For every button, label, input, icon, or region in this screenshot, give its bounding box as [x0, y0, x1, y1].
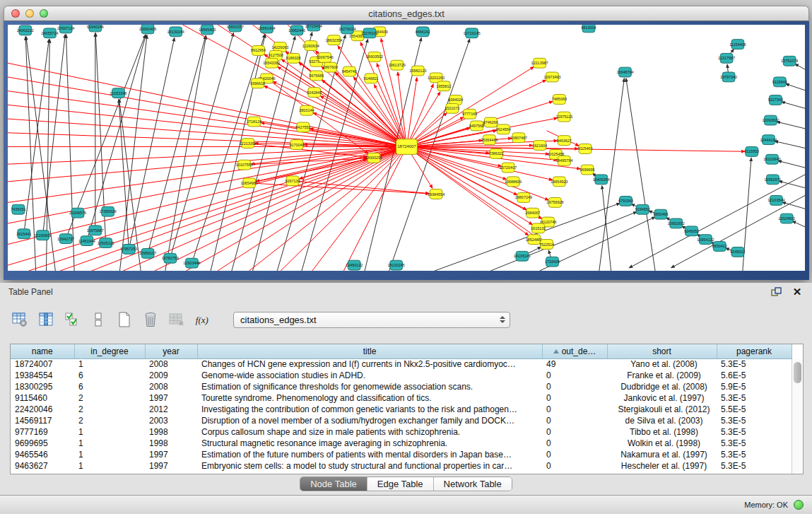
graph-node[interactable]: 20697134 [57, 25, 74, 33]
cell[interactable]: 5.3E-5 [717, 358, 792, 370]
graph-node[interactable]: 12923448 [183, 258, 200, 268]
table-row[interactable]: 911546021997Tourette syndrome. Phenomeno… [11, 392, 792, 404]
graph-node[interactable]: 8466162 [416, 27, 430, 37]
cell[interactable]: Franke et al. (2009) [607, 370, 717, 381]
graph-node[interactable]: 18807249 [515, 193, 532, 203]
cell[interactable]: 5.3E-5 [717, 460, 792, 472]
graph-node[interactable]: 1615132 [531, 223, 546, 233]
close-panel-icon[interactable]: ✕ [791, 286, 804, 298]
cell[interactable]: 14569117 [11, 415, 74, 426]
graph-node[interactable]: 9115460 [578, 144, 593, 154]
cell[interactable]: 0 [542, 426, 607, 438]
cell[interactable]: 1 [74, 438, 145, 449]
graph-node[interactable]: 16603502 [366, 52, 383, 62]
cell[interactable]: 49 [542, 358, 607, 370]
cell[interactable]: 5.6E-5 [717, 370, 792, 381]
cell[interactable]: 5.3E-5 [717, 449, 792, 460]
graph-node[interactable]: 7435051 [11, 204, 25, 214]
cell[interactable]: 1998 [145, 426, 197, 438]
citation-edge-red[interactable] [381, 38, 406, 146]
graph-node[interactable]: 16648794 [616, 67, 633, 77]
citation-edge-black[interactable] [626, 78, 655, 271]
graph-node[interactable]: 15582123 [409, 66, 426, 76]
graph-node[interactable]: 9396618 [250, 78, 265, 88]
table-settings-icon[interactable] [11, 311, 28, 328]
graph-node[interactable]: 25364486 [481, 135, 498, 145]
graph-node[interactable]: 13942737 [57, 234, 74, 244]
cell[interactable]: 2008 [145, 381, 197, 392]
unselect-all-icon[interactable] [90, 311, 107, 328]
graph-node[interactable]: 10097546 [317, 52, 334, 62]
graph-node[interactable]: 8186328 [286, 53, 300, 63]
cell[interactable]: Changes of HCN gene expression and I(f) … [197, 358, 542, 370]
cell[interactable]: Investigating the contribution of common… [197, 404, 542, 415]
graph-node[interactable]: 1621604 [532, 141, 547, 151]
cell[interactable]: 2 [74, 392, 145, 404]
cell[interactable]: Wolkin et al. (1998) [607, 438, 717, 449]
column-header-pagerank[interactable]: pagerank [717, 344, 792, 358]
cell[interactable]: 1 [74, 358, 145, 370]
function-builder-icon[interactable]: f(x) [194, 311, 211, 328]
cell[interactable]: 9463627 [11, 460, 74, 472]
graph-node[interactable]: 7386322 [489, 148, 504, 158]
citation-edge-red[interactable] [406, 78, 416, 147]
graph-node[interactable]: 16409354 [593, 175, 610, 185]
citation-edge-black[interactable] [779, 181, 805, 188]
cell[interactable]: 5.3E-5 [717, 415, 792, 426]
cell[interactable]: Jankovic et al. (1997) [607, 392, 717, 404]
cell[interactable]: 0 [542, 381, 607, 392]
graph-node[interactable]: 12217987 [718, 53, 735, 63]
graph-node[interactable]: 9699695 [579, 165, 594, 175]
graph-node[interactable]: 10952652 [668, 218, 685, 228]
new-file-icon[interactable] [116, 311, 133, 328]
graph-node[interactable]: 9245052 [684, 226, 699, 236]
graph-node[interactable]: 15992971 [764, 175, 781, 185]
cell[interactable]: 0 [542, 404, 607, 415]
citation-edge-red[interactable] [123, 147, 406, 271]
cell[interactable]: Corpus callosum shape and size in male p… [197, 426, 542, 438]
citation-edge-black[interactable] [170, 33, 234, 259]
cell[interactable]: 1 [74, 449, 145, 460]
graph-node[interactable]: 12444194 [760, 135, 777, 145]
cell[interactable]: 1997 [145, 392, 197, 404]
cell[interactable]: 5.9E-5 [717, 381, 792, 392]
cell[interactable]: 18300295 [11, 381, 74, 392]
graph-node[interactable]: 12975115 [555, 112, 572, 122]
graph-node[interactable]: 8454749 [342, 66, 357, 76]
cell[interactable]: 0 [542, 449, 607, 460]
cell[interactable]: 5.3E-5 [717, 438, 792, 449]
citation-edge-black[interactable] [192, 34, 264, 263]
graph-node[interactable]: 18495794 [555, 156, 572, 165]
graph-node[interactable]: 17957253 [120, 245, 137, 255]
memory-ok-icon[interactable] [794, 500, 804, 510]
cell[interactable]: 0 [542, 392, 607, 404]
table-row[interactable]: 946554611997Estimation of the future num… [11, 449, 792, 460]
table-row[interactable]: 946362711997Embryonic stem cells: a mode… [11, 460, 792, 472]
graph-node[interactable]: 18632354 [325, 35, 342, 45]
scrollbar-thumb[interactable] [794, 362, 801, 383]
graph-node[interactable]: 19654923 [551, 177, 567, 187]
cell[interactable]: Hescheler et al. (1997) [607, 460, 717, 472]
cell[interactable]: 2012 [145, 404, 197, 415]
cell[interactable]: Dudbridge et al. (2008) [607, 381, 717, 392]
column-header-out_de[interactable]: out_de… [542, 344, 607, 358]
cell[interactable]: 5.5E-5 [717, 404, 792, 415]
graph-node[interactable]: 11154408 [729, 40, 746, 49]
graph-node[interactable]: 5675685 [309, 71, 324, 81]
show-columns-icon[interactable] [37, 311, 54, 328]
cell[interactable]: 9777169 [11, 426, 74, 438]
graph-node[interactable]: 9777169 [462, 109, 477, 119]
citation-edge-black[interactable] [786, 84, 805, 90]
graph-node[interactable]: 9129946 [772, 77, 787, 87]
table-row[interactable]: 969969511998Structural magnetic resonanc… [11, 438, 792, 449]
graph-node[interactable]: 11451944 [78, 236, 95, 246]
graph-node[interactable]: 24063212 [17, 25, 34, 35]
graph-node[interactable]: 20206576 [69, 208, 86, 218]
graph-node[interactable]: 19384554 [428, 189, 445, 199]
graph-node[interactable]: 18130245 [388, 260, 405, 270]
citation-edge-black[interactable] [24, 40, 49, 234]
graph-node[interactable]: 19797340 [720, 72, 737, 82]
cell[interactable]: Structural magnetic resonance image aver… [197, 438, 542, 449]
graph-node[interactable]: 8813004 [581, 25, 596, 33]
graph-node[interactable]: 7485083 [552, 95, 567, 105]
